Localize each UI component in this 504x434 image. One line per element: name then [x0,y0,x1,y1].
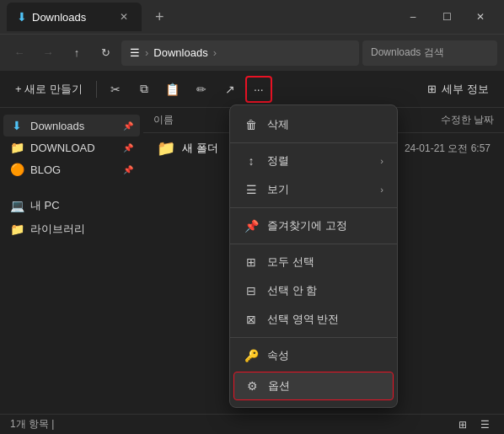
details-label: 세부 정보 [442,82,489,97]
item-date: 24-01-21 오전 6:57 [405,142,491,156]
menu-item-sort[interactable]: ↕ 정렬 › [230,147,397,175]
menu-item-delete[interactable]: 🗑 삭제 [230,110,397,139]
my-pc-icon: 💻 [10,199,24,212]
menu-item-options[interactable]: ⚙ 옵션 [233,372,394,400]
tab-label: Downloads [32,11,86,24]
forward-button[interactable]: → [35,40,61,66]
cut-button[interactable]: ✂ [102,76,129,103]
toolbar-sep1 [96,81,97,98]
rename-button[interactable]: ✏ [188,76,215,103]
menu-invert-label: 선택 영역 반전 [267,312,339,327]
status-bar: 1개 항목 | ⊞ ☰ [0,414,504,434]
view-arrow-icon: › [380,185,383,195]
downloads-icon: ⬇ [10,119,24,132]
toolbar: + 새로 만들기 ✂ ⧉ 📋 ✏ ↗ ··· ⊞ 세부 정보 [0,71,504,108]
select-all-icon: ⊞ [244,255,259,269]
menu-item-deselect[interactable]: ⊟ 선택 안 함 [230,276,397,305]
sidebar-item-download-folder[interactable]: 📁 DOWNLOAD 📌 [3,137,140,158]
sort-icon: ↕ [244,154,259,168]
sidebar-item-blog[interactable]: 🟠 BLOG 📌 [3,158,140,180]
menu-select-all-label: 모두 선택 [267,255,314,270]
sidebar-library-label: 라이브러리 [30,222,133,237]
download-folder-pin-icon: 📌 [123,143,133,153]
properties-icon: 🔑 [244,349,259,362]
details-button[interactable]: ⊞ 세부 정보 [419,77,497,102]
menu-item-pin[interactable]: 📌 즐겨찾기에 고정 [230,212,397,240]
menu-item-invert[interactable]: ⊠ 선택 영역 반전 [230,305,397,334]
menu-item-view[interactable]: ☰ 보기 › [230,175,397,204]
menu-delete-label: 삭제 [267,117,289,132]
sort-arrow-icon: › [380,156,383,166]
new-button[interactable]: + 새로 만들기 [7,76,91,103]
tab-close-button[interactable]: ✕ [116,9,131,24]
breadcrumb-icon: ☰ [130,46,140,59]
menu-divider-2 [230,207,397,208]
menu-item-select-all[interactable]: ⊞ 모두 선택 [230,248,397,276]
sidebar-my-pc-label: 내 PC [30,198,133,213]
folder-icon: 📁 [157,139,174,158]
blog-icon: 🟠 [10,163,24,176]
back-button[interactable]: ← [7,40,32,66]
invert-icon: ⊠ [244,313,259,326]
breadcrumb-bar[interactable]: ☰ › Downloads › [121,40,359,66]
menu-options-label: 옵션 [268,378,290,394]
sidebar-item-downloads[interactable]: ⬇ Downloads 📌 [3,115,140,137]
share-button[interactable]: ↗ [217,76,244,103]
more-button[interactable]: ··· [245,76,272,103]
status-count: 1개 항목 | [10,417,54,431]
sidebar-download-folder-label: DOWNLOAD [30,142,116,154]
context-menu: 🗑 삭제 ↕ 정렬 › ☰ 보기 › 📌 즐겨찾기에 고정 ⊞ 모두 선택 ⊟ … [229,104,398,408]
close-button[interactable]: ✕ [464,0,497,34]
search-box[interactable]: Downloads 검색 [362,40,497,66]
menu-properties-label: 속성 [267,348,289,363]
breadcrumb-sep2: › [213,46,217,59]
download-folder-icon: 📁 [10,141,24,154]
options-icon: ⚙ [244,379,260,393]
pin-icon: 📌 [244,219,259,233]
refresh-button[interactable]: ↻ [93,40,118,66]
breadcrumb-sep1: › [145,46,148,59]
menu-divider-3 [230,244,397,244]
search-placeholder: Downloads 검색 [371,46,444,60]
sidebar-blog-label: BLOG [30,163,116,176]
grid-view-button[interactable]: ⊞ [453,415,472,434]
downloads-pin-icon: 📌 [123,121,133,131]
minimize-button[interactable]: – [396,0,430,34]
sidebar-item-my-pc[interactable]: 💻 내 PC [3,194,140,217]
breadcrumb-folder: Downloads [153,46,207,59]
sidebar-item-library[interactable]: 📁 라이브러리 [3,217,140,241]
menu-item-properties[interactable]: 🔑 속성 [230,341,397,370]
details-icon: ⊞ [427,83,437,95]
view-toggle: ⊞ ☰ [453,415,494,434]
menu-deselect-label: 선택 안 함 [267,283,317,298]
view-icon: ☰ [244,183,259,196]
deselect-icon: ⊟ [244,284,259,297]
menu-pin-label: 즐겨찾기에 고정 [267,218,347,233]
title-bar: ⬇ Downloads ✕ + – ☐ ✕ [0,0,504,34]
sidebar-downloads-label: Downloads [30,120,116,132]
menu-view-label: 보기 [267,182,289,197]
menu-sort-label: 정렬 [267,153,289,169]
toolbar-right: ⊞ 세부 정보 [419,77,497,102]
active-tab[interactable]: ⬇ Downloads ✕ [7,3,142,31]
delete-icon: 🗑 [244,118,259,131]
tab-download-icon: ⬇ [17,10,27,24]
menu-divider-1 [230,142,397,143]
date-column-header: 수정한 날짜 [441,113,494,127]
maximize-button[interactable]: ☐ [430,0,464,34]
new-button-label: + 새로 만들기 [15,82,83,97]
library-icon: 📁 [10,222,24,236]
blog-pin-icon: 📌 [123,165,133,174]
copy-button[interactable]: ⧉ [131,76,158,103]
up-button[interactable]: ↑ [64,40,89,66]
paste-button[interactable]: 📋 [159,76,186,103]
sidebar: ⬇ Downloads 📌 📁 DOWNLOAD 📌 🟠 BLOG 📌 💻 내 … [0,108,143,414]
window-controls: – ☐ ✕ [396,0,497,34]
list-view-button[interactable]: ☰ [475,415,494,434]
new-tab-button[interactable]: + [148,5,171,29]
menu-divider-4 [230,337,397,338]
address-bar: ← → ↑ ↻ ☰ › Downloads › Downloads 검색 [0,34,504,71]
